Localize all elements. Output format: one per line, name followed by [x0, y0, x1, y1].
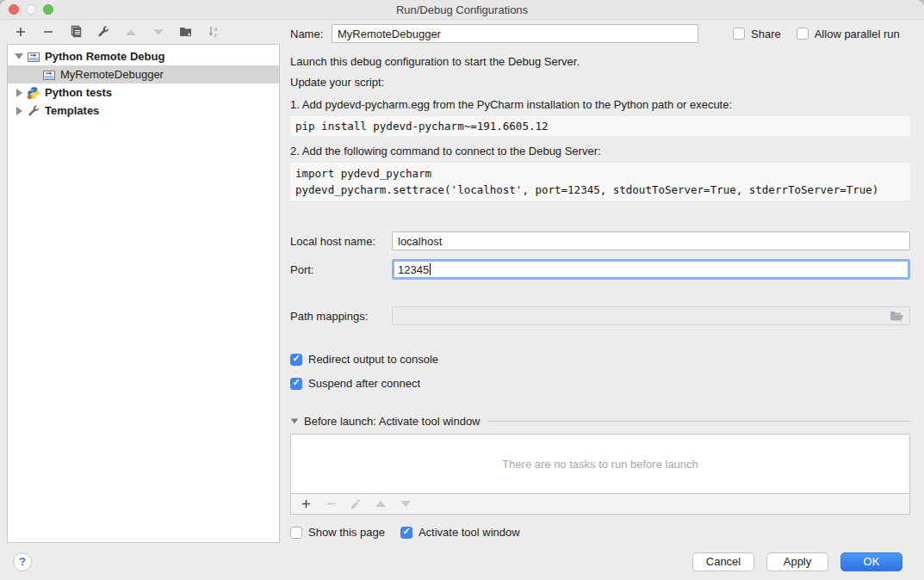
path-mappings-row: Path mappings:	[290, 306, 910, 325]
add-icon[interactable]	[14, 25, 28, 39]
text-caret	[430, 263, 431, 275]
name-row: Name: MyRemoteDebugger Share Allow paral…	[290, 24, 910, 43]
traffic-lights	[9, 4, 53, 15]
before-launch-header[interactable]: Before launch: Activate tool window	[290, 415, 910, 428]
local-host-row: Local host name: localhost	[290, 231, 910, 250]
tasks-toolbar	[291, 493, 909, 514]
share-label: Share	[751, 28, 781, 40]
settrace-code-line2: pydevd_pycharm.settrace('localhost', por…	[295, 182, 905, 198]
svg-text:a: a	[214, 26, 218, 32]
configurations-sidebar: a z Python Remote Debug	[0, 20, 280, 543]
question-mark-icon: ?	[19, 555, 26, 568]
dialog-footer: ? Cancel Apply OK	[0, 543, 924, 580]
tree-item-label: Templates	[45, 104, 99, 117]
python-tests-icon	[27, 86, 40, 100]
show-this-page-checkbox[interactable]	[290, 527, 302, 539]
move-down-icon	[152, 25, 165, 39]
pip-install-code: pip install pydevd-pycharm~=191.6605.12	[290, 116, 910, 136]
suspend-row: Suspend after connect	[290, 377, 910, 390]
allow-parallel-run-checkbox[interactable]	[797, 28, 809, 40]
window-title: Run/Debug Configurations	[0, 3, 924, 16]
tree-item-myremotedebugger[interactable]: MyRemoteDebugger	[8, 65, 279, 83]
redirect-output-label: Redirect output to console	[308, 353, 438, 366]
dialog-body: a z Python Remote Debug	[0, 20, 924, 543]
help-button[interactable]: ?	[13, 552, 32, 571]
allow-parallel-run-label: Allow parallel run	[815, 28, 900, 40]
before-launch-title: Before launch: Activate tool window	[304, 415, 481, 428]
tree-item-label: MyRemoteDebugger	[60, 68, 164, 81]
empty-tasks-message: There are no tasks to run before launch	[291, 435, 909, 493]
show-this-page-label: Show this page	[308, 526, 385, 539]
remote-debug-icon	[42, 68, 56, 82]
port-input[interactable]: 12345	[392, 259, 910, 280]
activate-tool-window-checkbox[interactable]	[400, 527, 412, 539]
redirect-output-checkbox[interactable]	[290, 354, 302, 366]
configuration-editor: Name: MyRemoteDebugger Share Allow paral…	[280, 20, 924, 543]
svg-text:z: z	[214, 32, 218, 38]
redirect-output-row: Redirect output to console	[290, 353, 910, 366]
apply-button[interactable]: Apply	[766, 552, 828, 571]
port-label: Port:	[290, 263, 392, 276]
intro-text: Launch this debug configuration to start…	[290, 55, 910, 68]
remove-icon[interactable]	[41, 25, 55, 39]
name-label: Name:	[290, 28, 332, 40]
page-options-row: Show this page Activate tool window	[290, 526, 910, 539]
update-script-text: Update your script:	[290, 76, 910, 89]
remove-icon	[324, 497, 338, 511]
path-mappings-label: Path mappings:	[290, 310, 392, 323]
new-folder-icon[interactable]	[179, 25, 193, 39]
port-row: Port: 12345	[290, 259, 910, 280]
activate-tool-window-label: Activate tool window	[419, 526, 520, 539]
step1-text: 1. Add pydevd-pycharm.egg from the PyCha…	[290, 98, 910, 111]
tree-item-python-tests[interactable]: Python tests	[8, 83, 279, 102]
local-host-input[interactable]: localhost	[392, 231, 910, 250]
folder-icon[interactable]	[890, 311, 904, 322]
chevron-right-icon[interactable]	[11, 89, 27, 97]
sort-alphabetically-icon[interactable]: a z	[207, 25, 220, 39]
edit-icon[interactable]	[96, 25, 110, 39]
step2-text: 2. Add the following command to connect …	[290, 145, 910, 157]
collapse-icon[interactable]	[291, 419, 299, 424]
divider	[487, 421, 910, 422]
suspend-after-connect-checkbox[interactable]	[290, 378, 302, 390]
settrace-code-line1: import pydevd_pycharm	[295, 165, 905, 182]
run-debug-configurations-dialog: Run/Debug Configurations	[0, 0, 924, 580]
move-up-icon	[374, 497, 388, 511]
configurations-tree: Python Remote Debug MyRemoteDebugger	[7, 44, 280, 543]
ok-button[interactable]: OK	[840, 552, 902, 571]
wrench-icon	[27, 104, 40, 118]
zoom-button[interactable]	[43, 4, 53, 15]
edit-icon	[349, 497, 363, 511]
tree-item-templates[interactable]: Templates	[8, 102, 279, 120]
tree-item-label: Python Remote Debug	[45, 50, 164, 63]
tree-item-label: Python tests	[45, 86, 112, 99]
chevron-down-icon[interactable]	[11, 53, 27, 59]
add-icon[interactable]	[299, 497, 313, 511]
cancel-button[interactable]: Cancel	[692, 552, 754, 571]
settrace-code-block: import pydevd_pycharm pydevd_pycharm.set…	[290, 163, 910, 201]
move-down-icon	[399, 497, 412, 511]
path-mappings-input[interactable]	[392, 306, 910, 325]
copy-icon[interactable]	[69, 25, 83, 39]
title-bar: Run/Debug Configurations	[0, 0, 924, 20]
chevron-right-icon[interactable]	[11, 107, 27, 115]
close-button[interactable]	[9, 4, 19, 15]
share-checkbox[interactable]	[733, 28, 745, 40]
suspend-after-connect-label: Suspend after connect	[308, 377, 420, 390]
before-launch-tasks-panel: There are no tasks to run before launch	[290, 434, 910, 515]
local-host-label: Local host name:	[290, 235, 392, 248]
configurations-toolbar: a z	[7, 20, 280, 44]
remote-debug-icon	[27, 50, 40, 64]
move-up-icon	[124, 25, 138, 39]
tree-item-python-remote-debug[interactable]: Python Remote Debug	[8, 47, 279, 65]
minimize-button	[26, 4, 36, 15]
name-input[interactable]: MyRemoteDebugger	[332, 24, 698, 43]
